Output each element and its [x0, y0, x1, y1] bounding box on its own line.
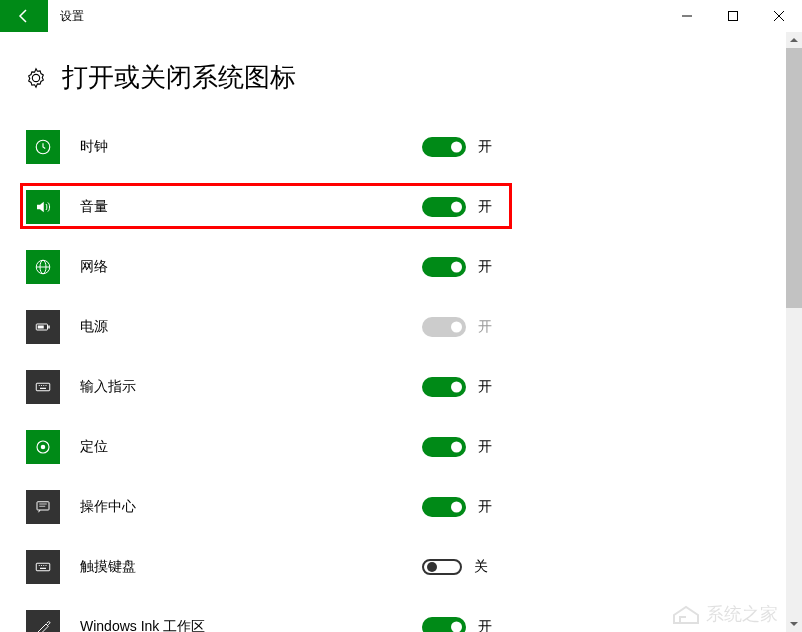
toggle-ink[interactable]: [422, 617, 466, 632]
setting-label: 网络: [80, 258, 108, 276]
toggle-knob: [451, 502, 462, 513]
setting-row-ink: Windows Ink 工作区开: [24, 597, 778, 632]
toggle-knob: [451, 142, 462, 153]
setting-row-volume: 音量开: [24, 177, 778, 237]
svg-point-24: [45, 565, 46, 566]
toggle-state-label: 开: [478, 438, 492, 456]
toggle-knob: [427, 562, 437, 572]
setting-label: 电源: [80, 318, 108, 336]
toggle-knob: [451, 442, 462, 453]
svg-rect-25: [40, 568, 46, 569]
setting-row-touchkb: 触摸键盘关: [24, 537, 778, 597]
toggle-location[interactable]: [422, 437, 466, 457]
toggle-knob: [451, 262, 462, 273]
toggle-knob: [451, 322, 462, 333]
volume-icon: [26, 190, 60, 224]
setting-label: 操作中心: [80, 498, 136, 516]
toggle-state-label: 开: [478, 198, 492, 216]
setting-label: 定位: [80, 438, 108, 456]
toggle-touchkb[interactable]: [422, 559, 462, 575]
toggle-volume[interactable]: [422, 197, 466, 217]
toggle-network[interactable]: [422, 257, 466, 277]
svg-point-11: [41, 385, 42, 386]
maximize-button[interactable]: [710, 0, 756, 32]
page-title: 打开或关闭系统图标: [62, 60, 296, 95]
toggle-knob: [451, 202, 462, 213]
scrollbar[interactable]: [786, 32, 802, 632]
chevron-down-icon: [790, 620, 798, 628]
setting-row-clock: 时钟开: [24, 117, 778, 177]
scroll-up-button[interactable]: [786, 32, 802, 48]
setting-label: Windows Ink 工作区: [80, 618, 205, 632]
svg-rect-9: [36, 383, 50, 391]
toggle-state-label: 开: [478, 618, 492, 632]
action-icon: [26, 490, 60, 524]
close-icon: [774, 11, 784, 21]
arrow-left-icon: [16, 8, 32, 24]
toggle-wrap: 开: [422, 197, 492, 217]
svg-rect-14: [40, 388, 46, 389]
toggle-wrap: 关: [422, 558, 488, 576]
svg-point-21: [39, 565, 40, 566]
keyboard-icon: [26, 370, 60, 404]
clock-icon: [26, 130, 60, 164]
setting-row-network: 网络开: [24, 237, 778, 297]
svg-rect-8: [48, 326, 50, 329]
toggle-wrap: 开: [422, 257, 492, 277]
setting-label: 输入指示: [80, 378, 136, 396]
minimize-button[interactable]: [664, 0, 710, 32]
setting-row-input: 输入指示开: [24, 357, 778, 417]
toggle-state-label: 关: [474, 558, 488, 576]
keyboard-icon: [26, 550, 60, 584]
maximize-icon: [728, 11, 738, 21]
svg-point-13: [45, 385, 46, 386]
power-icon: [26, 310, 60, 344]
toggle-state-label: 开: [478, 258, 492, 276]
chevron-up-icon: [790, 36, 798, 44]
toggle-power: [422, 317, 466, 337]
scrollbar-thumb[interactable]: [786, 48, 802, 308]
close-button[interactable]: [756, 0, 802, 32]
toggle-state-label: 开: [478, 378, 492, 396]
setting-row-location: 定位开: [24, 417, 778, 477]
toggle-state-label: 开: [478, 498, 492, 516]
content-area: 打开或关闭系统图标 时钟开音量开网络开电源开输入指示开定位开操作中心开触摸键盘关…: [0, 32, 802, 632]
svg-point-23: [43, 565, 44, 566]
toggle-state-label: 开: [478, 138, 492, 156]
toggle-action[interactable]: [422, 497, 466, 517]
svg-point-16: [41, 445, 46, 450]
svg-point-22: [41, 565, 42, 566]
toggle-wrap: 开: [422, 437, 492, 457]
titlebar: 设置: [0, 0, 802, 32]
network-icon: [26, 250, 60, 284]
window-title: 设置: [60, 8, 84, 25]
page-header: 打开或关闭系统图标: [24, 60, 778, 95]
toggle-input[interactable]: [422, 377, 466, 397]
minimize-icon: [682, 11, 692, 21]
toggle-knob: [451, 382, 462, 393]
setting-label: 触摸键盘: [80, 558, 136, 576]
toggle-wrap: 开: [422, 377, 492, 397]
gear-icon: [24, 66, 48, 90]
ink-icon: [26, 610, 60, 632]
svg-rect-7: [38, 326, 44, 329]
setting-label: 音量: [80, 198, 108, 216]
back-button[interactable]: [0, 0, 48, 32]
toggle-knob: [451, 622, 462, 633]
svg-rect-20: [36, 563, 50, 571]
settings-list: 时钟开音量开网络开电源开输入指示开定位开操作中心开触摸键盘关Windows In…: [24, 117, 778, 632]
toggle-wrap: 开: [422, 497, 492, 517]
svg-point-10: [39, 385, 40, 386]
setting-row-action: 操作中心开: [24, 477, 778, 537]
toggle-wrap: 开: [422, 317, 492, 337]
toggle-clock[interactable]: [422, 137, 466, 157]
toggle-wrap: 开: [422, 617, 492, 632]
scroll-down-button[interactable]: [786, 616, 802, 632]
setting-row-power: 电源开: [24, 297, 778, 357]
window-controls: [664, 0, 802, 32]
toggle-state-label: 开: [478, 318, 492, 336]
location-icon: [26, 430, 60, 464]
svg-point-12: [43, 385, 44, 386]
toggle-wrap: 开: [422, 137, 492, 157]
svg-rect-1: [729, 12, 738, 21]
